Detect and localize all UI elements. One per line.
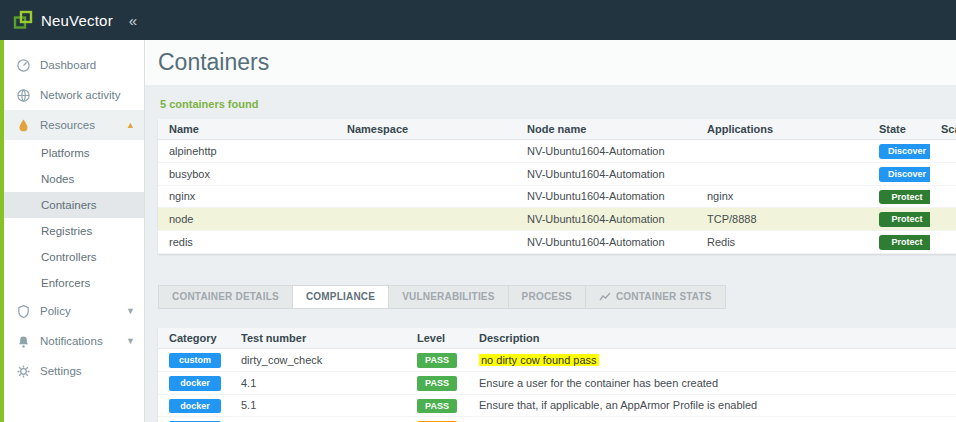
- sidebar-item-resources[interactable]: Resources ▲: [4, 110, 144, 140]
- column-header-namespace[interactable]: Namespace: [336, 119, 516, 140]
- sidebar-subitem-label: Nodes: [41, 173, 74, 185]
- sidebar-item-enforcers[interactable]: Enforcers: [4, 270, 144, 296]
- compliance-row[interactable]: docker4.1PASSEnsure a user for the conta…: [158, 371, 956, 394]
- main-panel: Containers 5 containers found NameNamesp…: [145, 40, 956, 422]
- sidebar-subitem-label: Containers: [41, 199, 97, 211]
- cell-test-number: 4.1: [230, 371, 406, 394]
- page-title: Containers: [158, 49, 269, 76]
- sidebar-subitem-label: Registries: [41, 225, 92, 237]
- compliance-table-card: CategoryTest numberLevelDescription cust…: [158, 328, 956, 422]
- tab-container-stats[interactable]: CONTAINER STATS: [586, 285, 726, 309]
- cell: Redis: [696, 231, 868, 254]
- column-header-category[interactable]: Category: [158, 328, 230, 349]
- state-badge[interactable]: Protect: [879, 190, 930, 205]
- neuvector-logo-icon: [12, 9, 34, 31]
- column-header-node-name[interactable]: Node name: [516, 119, 696, 140]
- tab-process[interactable]: PROCESS: [509, 285, 586, 309]
- column-header-applications[interactable]: Applications: [696, 119, 868, 140]
- cell-state: Protect: [868, 231, 930, 254]
- state-badge[interactable]: Protect: [879, 235, 930, 250]
- compliance-row[interactable]: docker5.2WARNEnsure that, if applicable,…: [158, 417, 956, 422]
- dashboard-gauge-icon: [16, 58, 31, 73]
- cell: nginx: [696, 185, 868, 208]
- tab-vulnerabilities[interactable]: VULNERABILITIES: [389, 285, 508, 309]
- column-header-scan[interactable]: Scan: [930, 119, 956, 140]
- sidebar-item-controllers[interactable]: Controllers: [4, 244, 144, 270]
- cell: busybox: [158, 162, 336, 185]
- sidebar-item-label: Resources: [40, 119, 95, 131]
- resources-drop-icon: [16, 118, 31, 133]
- cell: [336, 140, 516, 163]
- sidebar-item-notifications[interactable]: Notifications ▼: [4, 326, 144, 356]
- cell-scan: [930, 185, 956, 208]
- category-badge: docker: [169, 399, 221, 414]
- tab-label: PROCESS: [522, 291, 572, 302]
- state-badge[interactable]: Discover: [879, 144, 930, 159]
- cell-scan: [930, 231, 956, 254]
- cell: TCP/8888: [696, 208, 868, 231]
- column-header-state[interactable]: State: [868, 119, 930, 140]
- page-header: Containers: [145, 40, 956, 86]
- container-row[interactable]: alpinehttpNV-Ubuntu1604-AutomationDiscov…: [158, 140, 956, 163]
- sidebar-subitem-label: Controllers: [41, 251, 97, 263]
- container-row[interactable]: busyboxNV-Ubuntu1604-AutomationDiscover: [158, 162, 956, 185]
- cell: redis: [158, 231, 336, 254]
- tab-label: VULNERABILITIES: [402, 291, 494, 302]
- tab-label: CONTAINER STATS: [616, 291, 712, 302]
- container-row[interactable]: nodeNV-Ubuntu1604-AutomationTCP/8888Prot…: [158, 208, 956, 231]
- sidebar-item-platforms[interactable]: Platforms: [4, 140, 144, 166]
- sidebar-subitem-label: Platforms: [41, 147, 90, 159]
- tab-compliance[interactable]: COMPLIANCE: [293, 285, 389, 309]
- column-header-level[interactable]: Level: [406, 328, 468, 349]
- sidebar-item-label: Policy: [40, 305, 71, 317]
- container-row[interactable]: nginxNV-Ubuntu1604-AutomationnginxProtec…: [158, 185, 956, 208]
- brand-name: NeuVector: [41, 12, 113, 29]
- compliance-row[interactable]: customdirty_cow_checkPASSno dirty cow fo…: [158, 348, 956, 371]
- sidebar-item-dashboard[interactable]: Dashboard: [4, 50, 144, 80]
- sidebar-item-settings[interactable]: Settings: [4, 356, 144, 386]
- cell: [336, 208, 516, 231]
- compliance-table-header-row: CategoryTest numberLevelDescription: [158, 328, 956, 349]
- level-badge: PASS: [417, 376, 457, 391]
- column-header-name[interactable]: Name: [158, 119, 336, 140]
- chevron-down-icon: ▼: [126, 336, 135, 346]
- sidebar-item-policy[interactable]: Policy ▼: [4, 296, 144, 326]
- cell: alpinehttp: [158, 140, 336, 163]
- sidebar-item-nodes[interactable]: Nodes: [4, 166, 144, 192]
- globe-icon: [16, 88, 31, 103]
- shield-icon: [16, 304, 31, 319]
- cell: [696, 162, 868, 185]
- cell-test-number: dirty_cow_check: [230, 348, 406, 371]
- sidebar-item-containers[interactable]: Containers: [4, 192, 144, 218]
- containers-table-header-row: NameNamespaceNode nameApplicationsStateS…: [158, 119, 956, 140]
- sidebar-collapse-button[interactable]: «: [129, 12, 137, 29]
- sidebar-item-registries[interactable]: Registries: [4, 218, 144, 244]
- cell: node: [158, 208, 336, 231]
- sidebar-item-network-activity[interactable]: Network activity: [4, 80, 144, 110]
- cell: NV-Ubuntu1604-Automation: [516, 208, 696, 231]
- brand: NeuVector: [12, 9, 113, 31]
- tab-container-details[interactable]: CONTAINER DETAILS: [158, 285, 293, 309]
- column-header-test-number[interactable]: Test number: [230, 328, 406, 349]
- sidebar-item-label: Settings: [40, 365, 82, 377]
- cell-state: Protect: [868, 185, 930, 208]
- wrench-icon: [16, 364, 31, 379]
- containers-table: NameNamespaceNode nameApplicationsStateS…: [158, 119, 956, 254]
- cell: [336, 162, 516, 185]
- containers-count-text: 5 containers found: [160, 98, 956, 110]
- cell-state: Discover: [868, 140, 930, 163]
- cell-scan: [930, 140, 956, 163]
- container-row[interactable]: redisNV-Ubuntu1604-AutomationRedisProtec…: [158, 231, 956, 254]
- cell-test-number: 5.1: [230, 394, 406, 417]
- state-badge[interactable]: Protect: [879, 212, 930, 227]
- compliance-row[interactable]: docker5.1PASSEnsure that, if applicable,…: [158, 394, 956, 417]
- containers-table-body: alpinehttpNV-Ubuntu1604-AutomationDiscov…: [158, 140, 956, 254]
- state-badge[interactable]: Discover: [879, 167, 930, 182]
- column-header-description[interactable]: Description: [468, 328, 956, 349]
- cell-test-number: 5.2: [230, 417, 406, 422]
- description-text: Ensure a user for the container has been…: [479, 377, 718, 389]
- sidebar: Dashboard Network activity Resources ▲ P…: [0, 40, 145, 422]
- cell: [336, 231, 516, 254]
- sidebar-subitem-label: Enforcers: [41, 277, 90, 289]
- bell-icon: [16, 334, 31, 349]
